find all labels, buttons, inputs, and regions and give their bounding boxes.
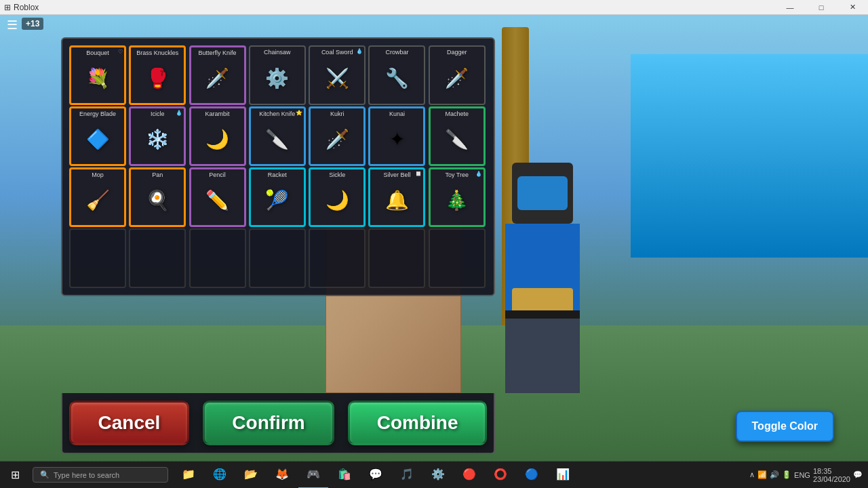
tray-icon-speaker: 🔊 bbox=[770, 470, 779, 479]
item-icon: 🌙 bbox=[205, 118, 229, 161]
item-cell[interactable]: Crowbar🔧 bbox=[368, 45, 425, 105]
tray-icon-chevron[interactable]: ∧ bbox=[749, 470, 755, 479]
taskbar-app-extra[interactable]: 🔴 bbox=[454, 462, 484, 489]
taskbar-app-edge[interactable]: 🌐 bbox=[205, 462, 235, 489]
item-icon: 🍳 bbox=[146, 179, 170, 222]
item-cell[interactable] bbox=[368, 228, 425, 288]
item-cell[interactable] bbox=[69, 228, 126, 288]
item-icon: 🗡️ bbox=[445, 56, 469, 101]
taskbar-app-extra3[interactable]: 🔵 bbox=[517, 462, 547, 489]
item-name: Pencil bbox=[209, 172, 226, 179]
tray-clock: 18:35 23/04/2020 bbox=[813, 467, 850, 483]
item-icon: 🎄 bbox=[445, 179, 469, 222]
item-badge: ♡ bbox=[118, 49, 123, 55]
inventory-panel: ♡Bouquet💐Brass Knuckles🥊Butterfly Knife🗡… bbox=[61, 37, 495, 296]
item-cell[interactable]: Butterfly Knife🗡️ bbox=[189, 45, 246, 105]
item-icon: 🔪 bbox=[445, 118, 469, 161]
start-button[interactable]: ⊞ bbox=[0, 462, 30, 489]
taskbar-apps: 📁 🌐 📂 🦊 🎮 🛍️ 💬 🎵 ⚙️ 🔴 ⭕ 🔵 📊 bbox=[174, 462, 578, 489]
taskbar-search[interactable]: 🔍 Type here to search bbox=[33, 467, 168, 483]
item-name: Racket bbox=[268, 172, 287, 179]
taskbar-app-files[interactable]: 📂 bbox=[236, 462, 266, 489]
item-cell[interactable]: Dagger🗡️ bbox=[429, 45, 486, 105]
tray-date: 23/04/2020 bbox=[813, 475, 850, 483]
item-cell[interactable]: 💧Coal Sword⚔️ bbox=[309, 45, 366, 105]
tray-icon-battery: 🔋 bbox=[782, 470, 791, 479]
tray-language: ENG bbox=[794, 471, 810, 479]
item-cell[interactable]: ⭐Kitchen Knife🔪 bbox=[249, 106, 306, 166]
item-cell[interactable]: Machete🔪 bbox=[429, 106, 486, 166]
item-cell[interactable]: 💧Toy Tree🎄 bbox=[429, 167, 486, 227]
item-badge: ◻️ bbox=[415, 171, 422, 177]
counter-badge: +13 bbox=[22, 18, 43, 30]
taskbar-app-roblox[interactable]: 🎮 bbox=[298, 462, 328, 489]
item-name: Toy Tree bbox=[445, 172, 469, 179]
toggle-color-button[interactable]: Toggle Color bbox=[736, 411, 834, 442]
item-cell[interactable] bbox=[249, 228, 306, 288]
taskbar-app-media[interactable]: 🎵 bbox=[392, 462, 422, 489]
item-icon: 🔧 bbox=[385, 56, 409, 101]
item-cell[interactable]: ◻️Silver Bell🔔 bbox=[368, 167, 425, 227]
hamburger-menu[interactable]: ☰ bbox=[7, 18, 18, 33]
combine-button[interactable]: Combine bbox=[348, 401, 488, 445]
minimize-button[interactable]: — bbox=[774, 0, 806, 15]
character-head bbox=[512, 163, 573, 224]
tray-icons: ∧ 📶 🔊 🔋 bbox=[749, 470, 791, 479]
item-name: Crowbar bbox=[385, 49, 408, 56]
item-cell[interactable]: Karambit🌙 bbox=[189, 106, 246, 166]
item-badge: 💧 bbox=[356, 48, 363, 54]
item-icon: 🔔 bbox=[385, 179, 409, 222]
cancel-button[interactable]: Cancel bbox=[69, 401, 190, 445]
item-icon: 🧹 bbox=[86, 179, 110, 222]
taskbar-app-extra4[interactable]: 📊 bbox=[548, 462, 578, 489]
item-cell[interactable] bbox=[429, 228, 486, 288]
close-button[interactable]: ✕ bbox=[837, 0, 868, 15]
item-icon: ⚙️ bbox=[265, 56, 289, 101]
maximize-button[interactable]: □ bbox=[806, 0, 837, 15]
character-mask bbox=[517, 176, 568, 210]
item-cell[interactable]: Mop🧹 bbox=[69, 167, 126, 227]
taskbar-app-extra2[interactable]: ⭕ bbox=[486, 462, 515, 489]
item-badge: 💧 bbox=[475, 171, 482, 177]
item-icon: ✦ bbox=[389, 118, 405, 161]
tray-notification[interactable]: 💬 bbox=[853, 470, 863, 479]
item-cell[interactable]: ♡Bouquet💐 bbox=[69, 45, 126, 105]
item-cell[interactable]: Energy Blade🔷 bbox=[69, 106, 126, 166]
item-name: Bouquet bbox=[86, 50, 109, 57]
item-cell[interactable]: Sickle🌙 bbox=[309, 167, 366, 227]
item-name: Dagger bbox=[447, 49, 467, 56]
item-icon: 🗡️ bbox=[326, 118, 349, 161]
item-cell[interactable]: Kukri🗡️ bbox=[309, 106, 366, 166]
item-cell[interactable]: Brass Knuckles🥊 bbox=[129, 45, 186, 105]
taskbar-app-settings[interactable]: ⚙️ bbox=[423, 462, 453, 489]
item-icon: 💐 bbox=[86, 57, 110, 100]
character-legs bbox=[505, 319, 580, 393]
search-icon: 🔍 bbox=[40, 470, 50, 479]
window-controls: — □ ✕ bbox=[774, 0, 868, 15]
item-cell[interactable] bbox=[189, 228, 246, 288]
item-name: Sickle bbox=[329, 172, 345, 179]
window-chrome: ⊞ Roblox — □ ✕ bbox=[0, 0, 868, 15]
item-name: Energy Blade bbox=[79, 111, 116, 118]
item-name: Coal Sword bbox=[321, 49, 353, 56]
search-placeholder: Type here to search bbox=[54, 471, 119, 479]
item-cell[interactable]: Racket🎾 bbox=[249, 167, 306, 227]
confirm-button[interactable]: Confirm bbox=[203, 401, 334, 445]
bottom-bar: Cancel Confirm Combine bbox=[61, 393, 495, 454]
item-cell[interactable]: Kunai✦ bbox=[368, 106, 425, 166]
taskbar-app-store[interactable]: 🛍️ bbox=[330, 462, 359, 489]
item-cell[interactable]: Chainsaw⚙️ bbox=[249, 45, 306, 105]
item-name: Mop bbox=[92, 172, 104, 179]
item-cell[interactable] bbox=[129, 228, 186, 288]
item-cell[interactable] bbox=[309, 228, 366, 288]
taskbar-app-explorer[interactable]: 📁 bbox=[174, 462, 203, 489]
taskbar-app-chat[interactable]: 💬 bbox=[361, 462, 391, 489]
taskbar-app-firefox[interactable]: 🦊 bbox=[267, 462, 297, 489]
item-icon: ❄️ bbox=[146, 118, 170, 161]
item-name: Machete bbox=[445, 111, 469, 118]
item-cell[interactable]: Pencil✏️ bbox=[189, 167, 246, 227]
item-name: Chainsaw bbox=[264, 49, 291, 56]
window-title-text: Roblox bbox=[14, 3, 39, 12]
item-cell[interactable]: Pan🍳 bbox=[129, 167, 186, 227]
item-cell[interactable]: 💧Icicle❄️ bbox=[129, 106, 186, 166]
